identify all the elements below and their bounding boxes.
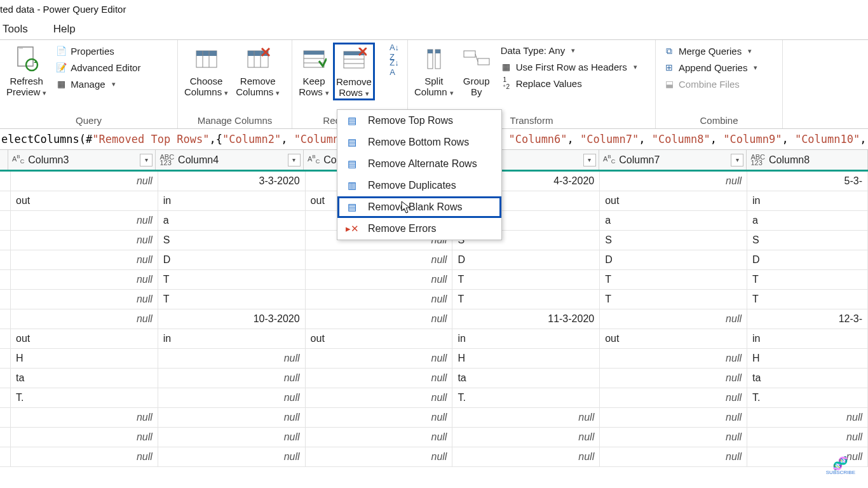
table-cell[interactable]: T	[600, 270, 747, 289]
remove-columns-button[interactable]: Remove Columns	[232, 43, 283, 98]
table-cell[interactable]: null	[600, 369, 747, 388]
table-cell[interactable]	[0, 349, 11, 368]
table-cell[interactable]: T	[158, 290, 306, 309]
table-cell[interactable]: a	[747, 211, 868, 230]
table-cell[interactable]	[0, 290, 11, 309]
table-cell[interactable]: null	[306, 388, 453, 407]
table-cell[interactable]: null	[158, 447, 306, 466]
table-row[interactable]: outinoutinoutin	[0, 329, 868, 349]
keep-rows-button[interactable]: Keep Rows	[295, 43, 333, 98]
choose-columns-button[interactable]: Choose Columns	[180, 43, 232, 98]
table-cell[interactable]: null	[306, 290, 453, 309]
table-cell[interactable]: null	[11, 428, 158, 447]
table-cell[interactable]: null	[158, 428, 306, 447]
col-header-c2[interactable]	[0, 150, 8, 170]
filter-button-c7[interactable]: ▾	[731, 154, 743, 166]
table-cell[interactable]: a	[600, 211, 747, 230]
remove-alternate-rows-item[interactable]: ▤ Remove Alternate Rows	[337, 153, 501, 175]
table-cell[interactable]: ta	[747, 369, 868, 388]
table-cell[interactable]: S	[600, 231, 747, 250]
table-cell[interactable]	[0, 250, 11, 269]
table-cell[interactable]: null	[600, 447, 747, 466]
table-cell[interactable]: T	[600, 290, 747, 309]
table-row[interactable]: HnullnullHnullH	[0, 349, 868, 369]
table-cell[interactable]: null	[306, 250, 453, 269]
table-row[interactable]: tanullnulltanullta	[0, 369, 868, 388]
table-cell[interactable]: null	[306, 270, 453, 289]
table-cell[interactable]	[0, 231, 11, 250]
table-cell[interactable]: null	[747, 428, 868, 447]
data-type-button[interactable]: Data Type: Any	[498, 44, 640, 57]
table-row[interactable]: nullnullnullnullnullnull	[0, 447, 868, 467]
table-row[interactable]: nullDnullDDD	[0, 250, 868, 270]
table-cell[interactable]: H	[452, 349, 600, 368]
table-cell[interactable]: null	[747, 408, 868, 427]
group-by-button[interactable]: Group By	[458, 43, 496, 98]
advanced-editor-button[interactable]: 📝 Advanced Editor	[53, 60, 143, 74]
remove-top-rows-item[interactable]: ▤ Remove Top Rows	[337, 110, 501, 132]
table-cell[interactable]: T	[158, 270, 306, 289]
table-cell[interactable]	[0, 428, 11, 447]
table-row[interactable]: nullTnullTTT	[0, 290, 868, 309]
combine-files-button[interactable]: ⬓ Combine Files	[661, 77, 760, 91]
table-cell[interactable]: 5-3-	[747, 172, 868, 191]
remove-errors-item[interactable]: ▸✕ Remove Errors	[337, 218, 501, 240]
table-cell[interactable]: null	[158, 388, 306, 407]
table-cell[interactable]: ta	[452, 369, 600, 388]
merge-queries-button[interactable]: ⧉ Merge Queries	[661, 44, 760, 58]
table-cell[interactable]: null	[452, 447, 600, 466]
table-cell[interactable]: out	[306, 329, 453, 348]
table-cell[interactable]: null	[11, 211, 158, 230]
append-queries-button[interactable]: ⊞ Append Queries	[661, 60, 760, 74]
table-cell[interactable]: D	[452, 250, 600, 269]
table-cell[interactable]: null	[600, 172, 747, 191]
table-cell[interactable]: null	[11, 250, 158, 269]
manage-button[interactable]: ▦ Manage	[53, 77, 143, 91]
table-cell[interactable]: 11-3-2020	[452, 309, 600, 329]
table-cell[interactable]: null	[158, 408, 306, 427]
table-row[interactable]: null10-3-2020null11-3-2020null12-3-	[0, 309, 868, 329]
menu-tools[interactable]: Tools	[3, 23, 28, 36]
refresh-preview-button[interactable]: Refresh Preview	[3, 43, 50, 98]
table-cell[interactable]	[0, 270, 11, 289]
table-cell[interactable]: D	[158, 250, 306, 269]
table-cell[interactable]: null	[158, 369, 306, 388]
table-row[interactable]: nullnullnullnullnullnull	[0, 408, 868, 428]
table-cell[interactable]: null	[158, 349, 306, 368]
filter-button-c6[interactable]: ▾	[583, 154, 596, 166]
properties-button[interactable]: 📄 Properties	[53, 44, 143, 58]
table-cell[interactable]: null	[306, 447, 453, 466]
table-cell[interactable]: null	[600, 388, 747, 407]
col-header-c3[interactable]: ABC Column3 ▾	[8, 150, 156, 170]
table-cell[interactable]: out	[11, 329, 158, 348]
table-cell[interactable]	[0, 309, 11, 329]
filter-button-c4[interactable]: ▾	[288, 154, 301, 166]
menu-help[interactable]: Help	[53, 23, 76, 36]
table-cell[interactable]: null	[600, 309, 747, 329]
replace-values-button[interactable]: 1⁺2 Replace Values	[498, 76, 640, 90]
col-header-c4[interactable]: ABC123 Column4 ▾	[156, 150, 303, 170]
table-cell[interactable]: null	[452, 428, 600, 447]
table-cell[interactable]: T	[747, 290, 868, 309]
table-cell[interactable]: ta	[11, 369, 158, 388]
split-column-button[interactable]: Split Column	[410, 43, 458, 98]
table-cell[interactable]: S	[158, 231, 306, 250]
table-cell[interactable]: null	[452, 408, 600, 427]
table-cell[interactable]: T	[747, 270, 868, 289]
table-cell[interactable]: null	[306, 428, 453, 447]
table-cell[interactable]: null	[11, 447, 158, 466]
filter-button-c3[interactable]: ▾	[140, 154, 153, 166]
table-cell[interactable]: null	[11, 231, 158, 250]
table-cell[interactable]	[0, 447, 11, 466]
table-cell[interactable]: null	[11, 172, 158, 191]
table-cell[interactable]: T.	[452, 388, 600, 407]
table-cell[interactable]: null	[600, 349, 747, 368]
table-cell[interactable]: T.	[11, 388, 158, 407]
table-cell[interactable]	[0, 172, 11, 191]
table-cell[interactable]	[0, 388, 11, 407]
remove-blank-rows-item[interactable]: ▤ Remove Blank Rows	[337, 196, 501, 218]
table-cell[interactable]: in	[158, 191, 306, 210]
table-row[interactable]: nullnullnullnullnullnull	[0, 428, 868, 447]
table-cell[interactable]	[0, 329, 11, 348]
table-cell[interactable]: in	[747, 191, 868, 210]
